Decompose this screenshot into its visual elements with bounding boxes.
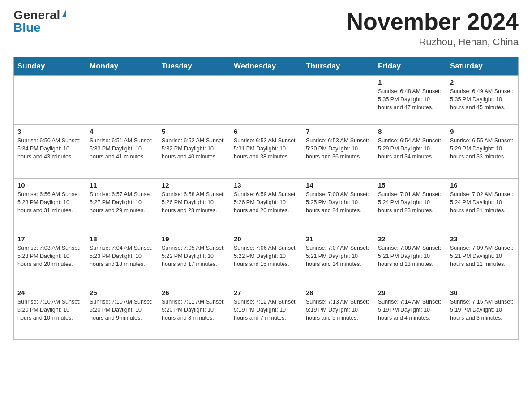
day-number: 28 bbox=[306, 289, 370, 296]
day-info: Sunrise: 7:13 AM Sunset: 5:19 PM Dayligh… bbox=[306, 298, 370, 322]
day-info: Sunrise: 6:49 AM Sunset: 5:35 PM Dayligh… bbox=[450, 87, 515, 111]
day-of-week-header: Thursday bbox=[302, 57, 374, 76]
day-number: 23 bbox=[450, 235, 515, 243]
calendar-cell: 4Sunrise: 6:51 AM Sunset: 5:33 PM Daylig… bbox=[86, 125, 158, 179]
day-info: Sunrise: 7:03 AM Sunset: 5:23 PM Dayligh… bbox=[17, 244, 82, 268]
day-number: 16 bbox=[450, 181, 515, 189]
calendar-subtitle: Ruzhou, Henan, China bbox=[347, 36, 519, 48]
calendar-cell: 25Sunrise: 7:10 AM Sunset: 5:20 PM Dayli… bbox=[86, 286, 158, 340]
day-of-week-header: Wednesday bbox=[230, 57, 302, 76]
calendar-cell: 20Sunrise: 7:06 AM Sunset: 5:22 PM Dayli… bbox=[230, 232, 302, 286]
day-of-week-header: Tuesday bbox=[158, 57, 230, 76]
calendar-cell bbox=[230, 76, 302, 125]
calendar-cell: 1Sunrise: 6:48 AM Sunset: 5:35 PM Daylig… bbox=[374, 76, 446, 125]
day-number: 15 bbox=[378, 181, 442, 189]
calendar-cell: 15Sunrise: 7:01 AM Sunset: 5:24 PM Dayli… bbox=[374, 179, 446, 232]
calendar-cell: 13Sunrise: 6:59 AM Sunset: 5:26 PM Dayli… bbox=[230, 179, 302, 232]
calendar-table: SundayMondayTuesdayWednesdayThursdayFrid… bbox=[13, 57, 519, 340]
day-number: 7 bbox=[306, 128, 370, 135]
day-of-week-header: Saturday bbox=[446, 57, 519, 76]
day-number: 2 bbox=[450, 78, 515, 86]
calendar-cell: 29Sunrise: 7:14 AM Sunset: 5:19 PM Dayli… bbox=[374, 286, 446, 340]
day-number: 24 bbox=[17, 289, 82, 296]
calendar-cell: 3Sunrise: 6:50 AM Sunset: 5:34 PM Daylig… bbox=[14, 125, 86, 179]
day-info: Sunrise: 7:06 AM Sunset: 5:22 PM Dayligh… bbox=[234, 244, 298, 268]
day-info: Sunrise: 7:09 AM Sunset: 5:21 PM Dayligh… bbox=[450, 244, 515, 268]
day-number: 4 bbox=[90, 128, 154, 135]
day-number: 10 bbox=[17, 181, 82, 189]
day-number: 14 bbox=[306, 181, 370, 189]
day-info: Sunrise: 7:05 AM Sunset: 5:22 PM Dayligh… bbox=[162, 244, 226, 268]
title-block: November 2024 Ruzhou, Henan, China bbox=[347, 9, 519, 48]
day-number: 9 bbox=[450, 128, 515, 135]
page-header: General Blue November 2024 Ruzhou, Henan… bbox=[13, 9, 519, 48]
day-info: Sunrise: 7:10 AM Sunset: 5:20 PM Dayligh… bbox=[17, 298, 82, 322]
day-info: Sunrise: 7:12 AM Sunset: 5:19 PM Dayligh… bbox=[234, 298, 298, 322]
calendar-cell: 26Sunrise: 7:11 AM Sunset: 5:20 PM Dayli… bbox=[158, 286, 230, 340]
calendar-week-row: 3Sunrise: 6:50 AM Sunset: 5:34 PM Daylig… bbox=[14, 125, 519, 179]
calendar-cell bbox=[14, 76, 86, 125]
calendar-cell: 16Sunrise: 7:02 AM Sunset: 5:24 PM Dayli… bbox=[446, 179, 519, 232]
calendar-cell bbox=[158, 76, 230, 125]
calendar-week-row: 24Sunrise: 7:10 AM Sunset: 5:20 PM Dayli… bbox=[14, 286, 519, 340]
calendar-week-row: 1Sunrise: 6:48 AM Sunset: 5:35 PM Daylig… bbox=[14, 76, 519, 125]
day-info: Sunrise: 7:15 AM Sunset: 5:19 PM Dayligh… bbox=[450, 298, 515, 322]
calendar-cell: 19Sunrise: 7:05 AM Sunset: 5:22 PM Dayli… bbox=[158, 232, 230, 286]
day-info: Sunrise: 6:57 AM Sunset: 5:27 PM Dayligh… bbox=[90, 190, 154, 214]
day-number: 17 bbox=[17, 235, 82, 243]
calendar-cell: 2Sunrise: 6:49 AM Sunset: 5:35 PM Daylig… bbox=[446, 76, 519, 125]
day-info: Sunrise: 7:07 AM Sunset: 5:21 PM Dayligh… bbox=[306, 244, 370, 268]
day-number: 11 bbox=[90, 181, 154, 189]
day-info: Sunrise: 6:50 AM Sunset: 5:34 PM Dayligh… bbox=[17, 137, 82, 161]
calendar-cell: 23Sunrise: 7:09 AM Sunset: 5:21 PM Dayli… bbox=[446, 232, 519, 286]
day-info: Sunrise: 7:04 AM Sunset: 5:23 PM Dayligh… bbox=[90, 244, 154, 268]
day-info: Sunrise: 6:55 AM Sunset: 5:29 PM Dayligh… bbox=[450, 137, 515, 161]
calendar-cell bbox=[86, 76, 158, 125]
calendar-cell: 7Sunrise: 6:53 AM Sunset: 5:30 PM Daylig… bbox=[302, 125, 374, 179]
day-info: Sunrise: 6:54 AM Sunset: 5:29 PM Dayligh… bbox=[378, 137, 442, 161]
calendar-cell: 27Sunrise: 7:12 AM Sunset: 5:19 PM Dayli… bbox=[230, 286, 302, 340]
day-info: Sunrise: 7:01 AM Sunset: 5:24 PM Dayligh… bbox=[378, 190, 442, 214]
calendar-cell: 9Sunrise: 6:55 AM Sunset: 5:29 PM Daylig… bbox=[446, 125, 519, 179]
logo-arrow-icon bbox=[62, 9, 66, 17]
day-info: Sunrise: 7:02 AM Sunset: 5:24 PM Dayligh… bbox=[450, 190, 515, 214]
calendar-header-row: SundayMondayTuesdayWednesdayThursdayFrid… bbox=[14, 57, 519, 76]
day-info: Sunrise: 6:53 AM Sunset: 5:31 PM Dayligh… bbox=[234, 137, 298, 161]
day-number: 26 bbox=[162, 289, 226, 296]
calendar-cell: 10Sunrise: 6:56 AM Sunset: 5:28 PM Dayli… bbox=[14, 179, 86, 232]
calendar-cell: 28Sunrise: 7:13 AM Sunset: 5:19 PM Dayli… bbox=[302, 286, 374, 340]
day-info: Sunrise: 7:00 AM Sunset: 5:25 PM Dayligh… bbox=[306, 190, 370, 214]
calendar-cell: 24Sunrise: 7:10 AM Sunset: 5:20 PM Dayli… bbox=[14, 286, 86, 340]
day-info: Sunrise: 6:58 AM Sunset: 5:26 PM Dayligh… bbox=[162, 190, 226, 214]
day-of-week-header: Sunday bbox=[14, 57, 86, 76]
calendar-cell: 11Sunrise: 6:57 AM Sunset: 5:27 PM Dayli… bbox=[86, 179, 158, 232]
calendar-week-row: 10Sunrise: 6:56 AM Sunset: 5:28 PM Dayli… bbox=[14, 179, 519, 232]
day-number: 12 bbox=[162, 181, 226, 189]
day-of-week-header: Monday bbox=[86, 57, 158, 76]
day-number: 22 bbox=[378, 235, 442, 243]
calendar-cell: 30Sunrise: 7:15 AM Sunset: 5:19 PM Dayli… bbox=[446, 286, 519, 340]
day-number: 29 bbox=[378, 289, 442, 296]
day-info: Sunrise: 7:08 AM Sunset: 5:21 PM Dayligh… bbox=[378, 244, 442, 268]
day-of-week-header: Friday bbox=[374, 57, 446, 76]
day-number: 5 bbox=[162, 128, 226, 135]
day-info: Sunrise: 6:56 AM Sunset: 5:28 PM Dayligh… bbox=[17, 190, 82, 214]
day-number: 19 bbox=[162, 235, 226, 243]
day-number: 13 bbox=[234, 181, 298, 189]
day-number: 20 bbox=[234, 235, 298, 243]
logo: General Blue bbox=[13, 9, 66, 34]
calendar-cell: 17Sunrise: 7:03 AM Sunset: 5:23 PM Dayli… bbox=[14, 232, 86, 286]
calendar-title: November 2024 bbox=[347, 9, 519, 34]
logo-general-text: General bbox=[13, 9, 60, 21]
calendar-cell: 14Sunrise: 7:00 AM Sunset: 5:25 PM Dayli… bbox=[302, 179, 374, 232]
calendar-cell: 12Sunrise: 6:58 AM Sunset: 5:26 PM Dayli… bbox=[158, 179, 230, 232]
day-info: Sunrise: 6:59 AM Sunset: 5:26 PM Dayligh… bbox=[234, 190, 298, 214]
calendar-cell bbox=[302, 76, 374, 125]
calendar-cell: 5Sunrise: 6:52 AM Sunset: 5:32 PM Daylig… bbox=[158, 125, 230, 179]
logo-blue-text: Blue bbox=[13, 21, 41, 34]
day-number: 6 bbox=[234, 128, 298, 135]
calendar-cell: 6Sunrise: 6:53 AM Sunset: 5:31 PM Daylig… bbox=[230, 125, 302, 179]
day-info: Sunrise: 7:14 AM Sunset: 5:19 PM Dayligh… bbox=[378, 298, 442, 322]
day-info: Sunrise: 6:53 AM Sunset: 5:30 PM Dayligh… bbox=[306, 137, 370, 161]
day-info: Sunrise: 7:11 AM Sunset: 5:20 PM Dayligh… bbox=[162, 298, 226, 322]
